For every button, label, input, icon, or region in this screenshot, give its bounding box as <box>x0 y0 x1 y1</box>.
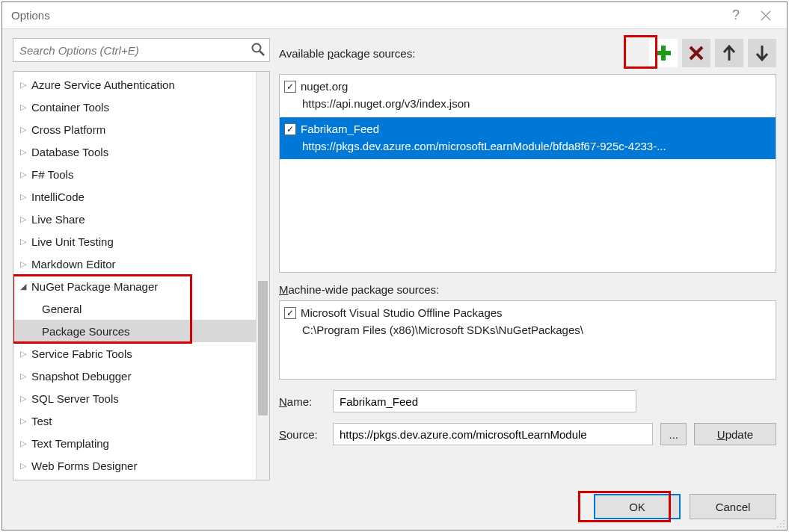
source-name: Fabrikam_Feed <box>301 120 768 137</box>
resize-grip[interactable] <box>775 518 785 528</box>
tree-item-label: Cross Platform <box>31 123 105 136</box>
move-down-button[interactable] <box>748 39 776 67</box>
tree-item[interactable]: ▷F# Tools <box>13 163 269 185</box>
tree-item[interactable]: ▷Container Tools <box>13 96 269 118</box>
remove-source-button[interactable] <box>682 39 710 67</box>
chevron-right-icon: ▷ <box>18 102 28 112</box>
arrow-down-icon <box>755 45 770 61</box>
machine-sources-label: Machine-wide package sources: <box>279 283 776 296</box>
chevron-right-icon: ▷ <box>18 125 28 134</box>
tree-item-label: Package Sources <box>42 325 130 338</box>
svg-point-3 <box>783 523 785 525</box>
source-name: Microsoft Visual Studio Offline Packages <box>301 304 768 321</box>
machine-sources-list[interactable]: ✓Microsoft Visual Studio Offline Package… <box>279 300 776 380</box>
tree-item[interactable]: General <box>13 297 269 320</box>
name-input[interactable] <box>333 390 636 412</box>
tree-item[interactable]: ▷Snapshot Debugger <box>13 365 269 387</box>
x-icon <box>687 44 705 62</box>
search-input[interactable] <box>13 38 270 62</box>
source-checkbox[interactable]: ✓ <box>284 123 296 135</box>
chevron-right-icon: ▷ <box>18 439 28 448</box>
chevron-right-icon: ▷ <box>18 416 28 426</box>
update-button[interactable]: Update <box>694 423 776 445</box>
tree-item[interactable]: ▷Web Forms Designer <box>13 454 269 477</box>
svg-point-6 <box>783 526 785 528</box>
tree-item-label: Live Unit Testing <box>31 235 114 248</box>
tree-item[interactable]: ▷Service Fabric Tools <box>13 342 269 365</box>
tree-item[interactable]: ▷Database Tools <box>13 140 269 163</box>
search-wrap <box>13 38 270 62</box>
name-row: Name: <box>279 390 776 412</box>
tree-item[interactable]: ▷Markdown Editor <box>13 253 269 275</box>
tree-item[interactable]: Package Sources <box>13 320 269 342</box>
chevron-right-icon: ▷ <box>18 170 28 179</box>
tree-item[interactable]: ◢NuGet Package Manager <box>13 275 269 297</box>
tree-item[interactable]: ▷Test <box>13 409 269 432</box>
chevron-right-icon: ▷ <box>18 394 28 403</box>
tree-item[interactable]: ▷Live Share <box>13 208 269 230</box>
cancel-button[interactable]: Cancel <box>690 494 776 519</box>
chevron-right-icon: ▷ <box>18 349 28 359</box>
source-url: https://api.nuget.org/v3/index.json <box>301 95 768 112</box>
options-tree[interactable]: ▷Azure Service Authentication▷Container … <box>13 71 270 480</box>
tree-item-label: Service Fabric Tools <box>31 347 132 360</box>
tree-item-label: F# Tools <box>31 168 73 181</box>
ok-button[interactable]: OK <box>594 494 681 519</box>
chevron-right-icon: ▷ <box>18 214 28 224</box>
chevron-right-icon: ▷ <box>18 237 28 247</box>
tree-item-label: General <box>42 303 82 315</box>
tree-item-label: Snapshot Debugger <box>31 370 131 383</box>
chevron-right-icon: ▷ <box>18 461 28 471</box>
tree-scrollbar[interactable] <box>256 72 269 480</box>
available-header-row: Available package sources: <box>279 38 776 68</box>
left-panel: ▷Azure Service Authentication▷Container … <box>13 38 270 480</box>
move-up-button[interactable] <box>715 39 743 67</box>
dialog-buttons: OK Cancel <box>2 489 787 530</box>
available-sources-label: Available package sources: <box>279 47 649 60</box>
chevron-right-icon: ▷ <box>18 259 28 269</box>
tree-item-label: Azure Service Authentication <box>31 78 175 91</box>
tree-item-label: IntelliCode <box>31 191 85 203</box>
tree-item[interactable]: ▷Azure Service Authentication <box>13 73 269 96</box>
chevron-right-icon: ▷ <box>18 80 28 90</box>
add-source-button[interactable] <box>649 39 678 67</box>
browse-button[interactable]: ... <box>660 423 687 445</box>
tree-item[interactable]: ▷Cross Platform <box>13 118 269 140</box>
tree-item[interactable]: ▷Live Unit Testing <box>13 230 269 253</box>
chevron-right-icon: ▷ <box>18 192 28 202</box>
plus-icon <box>654 43 673 63</box>
options-dialog: Options ? ▷Azure Service Authentication▷… <box>1 1 788 531</box>
close-button[interactable] <box>751 5 781 26</box>
source-item[interactable]: ✓Microsoft Visual Studio Offline Package… <box>280 301 776 344</box>
source-item[interactable]: ✓Fabrikam_Feedhttps://pkgs.dev.azure.com… <box>280 117 776 160</box>
tree-item[interactable]: ▷Text Templating <box>13 432 269 454</box>
tree-item-label: Text Templating <box>31 437 109 450</box>
tree-item[interactable]: ▷SQL Server Tools <box>13 387 269 409</box>
svg-point-5 <box>780 526 782 528</box>
tree-item-label: Live Share <box>31 213 85 226</box>
right-panel: Available package sources: <box>279 38 776 480</box>
help-icon: ? <box>732 7 740 23</box>
close-icon <box>761 10 771 21</box>
scroll-thumb[interactable] <box>258 281 268 415</box>
tree-item-label: Container Tools <box>31 101 109 114</box>
source-toolbar <box>649 39 776 67</box>
tree-item-label: SQL Server Tools <box>31 392 119 405</box>
titlebar: Options ? <box>2 2 787 29</box>
chevron-right-icon: ▷ <box>18 147 28 157</box>
tree-item-label: Test <box>31 415 52 427</box>
source-checkbox[interactable]: ✓ <box>284 81 296 93</box>
search-icon <box>251 42 265 57</box>
source-url: C:\Program Files (x86)\Microsoft SDKs\Nu… <box>301 321 768 338</box>
tree-item[interactable]: ▷IntelliCode <box>13 185 269 208</box>
help-button[interactable]: ? <box>721 5 751 26</box>
available-sources-list[interactable]: ✓nuget.orghttps://api.nuget.org/v3/index… <box>279 74 776 273</box>
svg-point-0 <box>253 44 261 52</box>
source-url: https://pkgs.dev.azure.com/microsoftLear… <box>301 137 768 155</box>
source-input[interactable] <box>333 423 653 445</box>
svg-point-1 <box>783 520 785 522</box>
chevron-down-icon: ◢ <box>18 282 28 291</box>
source-item[interactable]: ✓nuget.orghttps://api.nuget.org/v3/index… <box>280 75 776 117</box>
source-checkbox[interactable]: ✓ <box>284 307 296 319</box>
tree-item-label: Markdown Editor <box>31 258 116 270</box>
